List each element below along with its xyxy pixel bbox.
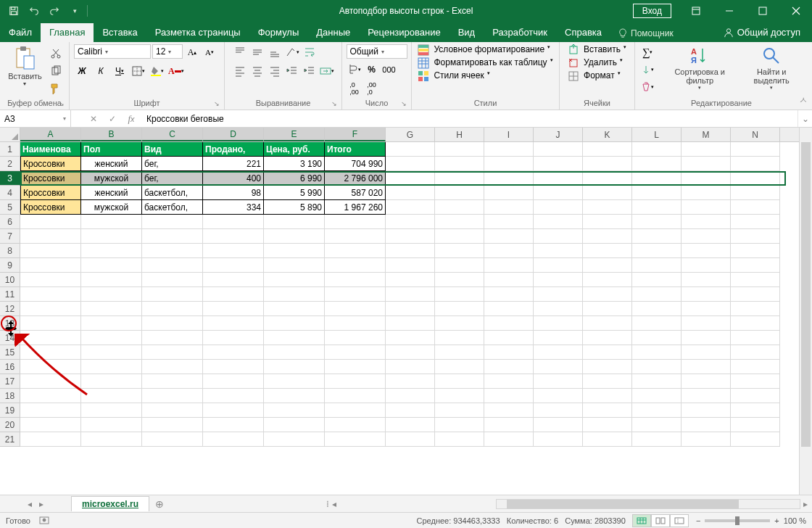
- new-sheet-icon[interactable]: ⊕: [149, 498, 170, 510]
- cell[interactable]: мужской: [81, 171, 142, 186]
- cell[interactable]: [583, 229, 632, 244]
- cell[interactable]: [534, 432, 583, 447]
- cell[interactable]: [682, 142, 731, 157]
- cell[interactable]: [682, 331, 731, 345]
- macro-record-icon[interactable]: [39, 515, 49, 527]
- cell[interactable]: [583, 403, 632, 418]
- ribbon-options-icon[interactable]: [680, 0, 712, 22]
- cell[interactable]: [484, 186, 534, 200]
- cell[interactable]: [632, 389, 682, 403]
- fill-icon[interactable]: ▾: [639, 62, 655, 78]
- cell[interactable]: [264, 418, 325, 432]
- cell[interactable]: [435, 215, 484, 229]
- cell[interactable]: [20, 229, 81, 244]
- cell[interactable]: [435, 403, 484, 418]
- cell[interactable]: [386, 345, 435, 360]
- cell[interactable]: [203, 403, 264, 418]
- cell[interactable]: [20, 345, 81, 360]
- cell[interactable]: [81, 403, 142, 418]
- cell[interactable]: [325, 360, 386, 374]
- cell[interactable]: [731, 215, 780, 229]
- cell[interactable]: [386, 229, 435, 244]
- cell[interactable]: [142, 229, 203, 244]
- cell[interactable]: [142, 273, 203, 287]
- decrease-font-icon[interactable]: A▾: [202, 44, 218, 60]
- column-header[interactable]: F: [325, 128, 386, 141]
- column-header[interactable]: K: [583, 128, 632, 141]
- cell[interactable]: [484, 244, 534, 258]
- cell[interactable]: [264, 360, 325, 374]
- sheet-nav[interactable]: ◂ ▸: [0, 499, 71, 509]
- column-header[interactable]: I: [484, 128, 534, 141]
- cell[interactable]: [534, 374, 583, 389]
- font-name-combo[interactable]: Calibri▾: [74, 44, 151, 59]
- column-header[interactable]: G: [386, 128, 435, 141]
- cell[interactable]: [682, 215, 731, 229]
- cell[interactable]: [632, 157, 682, 171]
- cell[interactable]: мужской: [81, 200, 142, 215]
- clear-icon[interactable]: ▾: [639, 79, 655, 95]
- cell[interactable]: [20, 432, 81, 447]
- cell[interactable]: [203, 432, 264, 447]
- cell[interactable]: [632, 186, 682, 200]
- cell[interactable]: [264, 432, 325, 447]
- cell[interactable]: [435, 302, 484, 316]
- cell[interactable]: [20, 389, 81, 403]
- column-header[interactable]: A: [20, 128, 81, 141]
- row-header[interactable]: 2: [0, 157, 20, 171]
- cell[interactable]: [534, 215, 583, 229]
- cell[interactable]: 704 990: [325, 157, 386, 171]
- cell[interactable]: [731, 273, 780, 287]
- cell[interactable]: [386, 418, 435, 432]
- dialog-launcher-icon[interactable]: ↘: [401, 100, 407, 107]
- cell[interactable]: [20, 374, 81, 389]
- zoom-control[interactable]: − + 100 %: [696, 516, 806, 525]
- enter-icon[interactable]: ✓: [103, 110, 122, 127]
- select-all-button[interactable]: [0, 128, 20, 142]
- view-normal-icon[interactable]: [632, 514, 651, 527]
- cell[interactable]: [731, 157, 780, 171]
- column-header[interactable]: J: [534, 128, 583, 141]
- cell[interactable]: [325, 432, 386, 447]
- cell[interactable]: Кроссовки: [20, 157, 81, 171]
- cell[interactable]: [583, 200, 632, 215]
- cell[interactable]: [534, 229, 583, 244]
- cell[interactable]: [731, 302, 780, 316]
- share-button[interactable]: Общий доступ: [712, 27, 812, 42]
- cell[interactable]: баскетбол,: [142, 186, 203, 200]
- tab-help[interactable]: Справка: [556, 23, 610, 42]
- row-header[interactable]: 17: [0, 374, 20, 389]
- row-headers[interactable]: 123456789101112131415161718192021: [0, 142, 20, 447]
- cell[interactable]: [484, 374, 534, 389]
- cell[interactable]: [484, 418, 534, 432]
- cell[interactable]: [583, 157, 632, 171]
- row-header[interactable]: 11: [0, 287, 20, 302]
- orientation-icon[interactable]: ▾: [284, 44, 300, 60]
- cell[interactable]: [534, 403, 583, 418]
- italic-icon[interactable]: К: [93, 63, 109, 79]
- cell[interactable]: [81, 345, 142, 360]
- increase-font-icon[interactable]: A▴: [184, 44, 200, 60]
- cell[interactable]: [20, 258, 81, 273]
- cell[interactable]: [81, 287, 142, 302]
- cell[interactable]: [534, 331, 583, 345]
- cell[interactable]: [534, 171, 583, 186]
- cell[interactable]: [583, 171, 632, 186]
- cell[interactable]: [583, 258, 632, 273]
- cell[interactable]: [325, 389, 386, 403]
- column-headers[interactable]: ABCDEFGHIJKLMN: [20, 128, 799, 142]
- cell[interactable]: Пол: [81, 142, 142, 157]
- autosum-icon[interactable]: ∑▾: [639, 44, 655, 60]
- row-header[interactable]: 20: [0, 418, 20, 432]
- close-icon[interactable]: [780, 0, 812, 22]
- tab-review[interactable]: Рецензирование: [359, 23, 449, 42]
- cell[interactable]: [325, 403, 386, 418]
- cell[interactable]: [435, 171, 484, 186]
- cell[interactable]: [435, 432, 484, 447]
- cell[interactable]: [632, 229, 682, 244]
- cell[interactable]: [632, 258, 682, 273]
- cell[interactable]: [534, 142, 583, 157]
- tab-file[interactable]: Файл: [0, 23, 41, 42]
- cell[interactable]: [142, 403, 203, 418]
- merge-icon[interactable]: ▾: [319, 63, 335, 79]
